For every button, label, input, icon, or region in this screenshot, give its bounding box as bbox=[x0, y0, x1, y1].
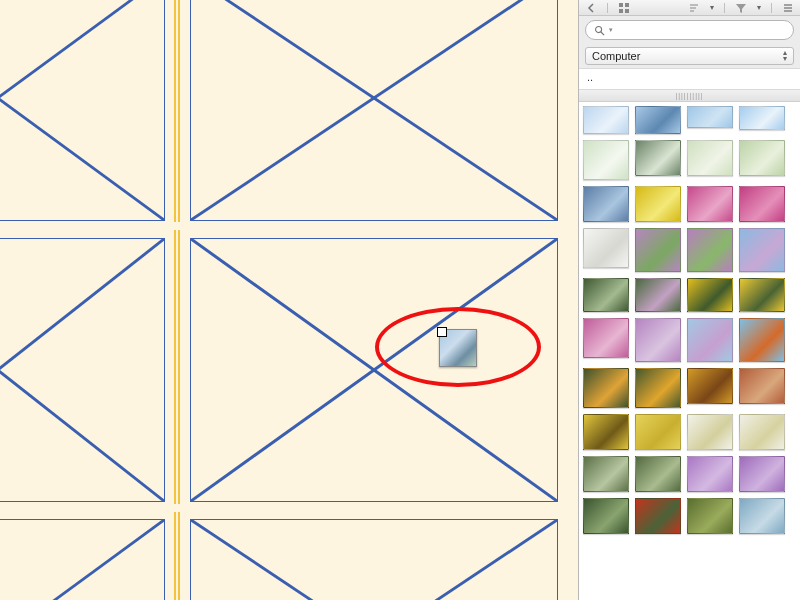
page-gap bbox=[0, 504, 578, 512]
thumbnail-scroll[interactable] bbox=[579, 102, 800, 600]
thumbnail[interactable] bbox=[583, 228, 629, 268]
thumbnail-grid bbox=[583, 106, 798, 534]
thumbnail[interactable] bbox=[635, 368, 681, 408]
svg-line-8 bbox=[0, 520, 164, 600]
thumbnail[interactable] bbox=[635, 318, 681, 362]
image-frame[interactable] bbox=[190, 519, 558, 600]
svg-line-10 bbox=[191, 520, 557, 600]
image-frame[interactable] bbox=[0, 238, 165, 502]
svg-line-3 bbox=[191, 0, 557, 220]
svg-line-4 bbox=[0, 239, 164, 501]
path-up-label: .. bbox=[587, 71, 593, 83]
chevron-down-icon[interactable]: ▾ bbox=[757, 5, 761, 11]
search-box[interactable]: ▾ bbox=[585, 20, 794, 40]
svg-rect-12 bbox=[619, 3, 623, 7]
thumbnail[interactable] bbox=[739, 186, 785, 222]
sort-icon[interactable] bbox=[688, 2, 700, 14]
thumbnail[interactable] bbox=[635, 140, 681, 176]
thumbnail[interactable] bbox=[687, 456, 733, 492]
thumbnail[interactable] bbox=[687, 318, 733, 362]
thumbnail[interactable] bbox=[583, 186, 629, 222]
thumbnail[interactable] bbox=[739, 456, 785, 492]
svg-point-16 bbox=[596, 26, 602, 32]
thumbnail[interactable] bbox=[739, 368, 785, 404]
thumbnail[interactable] bbox=[687, 186, 733, 222]
splitter-grip: |||||||||| bbox=[675, 92, 703, 99]
thumbnail[interactable] bbox=[583, 140, 629, 180]
location-select[interactable]: Computer ▴▾ bbox=[585, 47, 794, 65]
view-icon[interactable] bbox=[618, 2, 630, 14]
thumbnail[interactable] bbox=[635, 456, 681, 492]
layout-canvas[interactable] bbox=[0, 0, 578, 600]
thumbnail[interactable] bbox=[687, 498, 733, 534]
panel-splitter[interactable]: |||||||||| bbox=[579, 90, 800, 102]
stepper-icon: ▴▾ bbox=[783, 50, 787, 62]
image-frame[interactable] bbox=[0, 0, 165, 221]
panel-toolbar: ▾ ▾ bbox=[579, 0, 800, 16]
menu-icon[interactable] bbox=[782, 2, 794, 14]
svg-line-0 bbox=[0, 0, 164, 220]
thumbnail[interactable] bbox=[583, 368, 629, 408]
svg-rect-13 bbox=[625, 3, 629, 7]
thumbnail[interactable] bbox=[583, 106, 629, 134]
search-row: ▾ bbox=[579, 16, 800, 44]
thumbnail[interactable] bbox=[635, 278, 681, 312]
path-up-row[interactable]: .. bbox=[579, 68, 800, 90]
thumbnail[interactable] bbox=[635, 186, 681, 222]
thumbnail[interactable] bbox=[583, 456, 629, 492]
svg-line-17 bbox=[601, 31, 604, 34]
svg-line-1 bbox=[0, 0, 164, 220]
back-icon[interactable] bbox=[585, 2, 597, 14]
thumbnail[interactable] bbox=[635, 498, 681, 534]
svg-line-9 bbox=[0, 520, 164, 600]
image-frame[interactable] bbox=[0, 519, 165, 600]
svg-line-11 bbox=[191, 520, 557, 600]
search-input[interactable] bbox=[617, 24, 785, 36]
image-frame[interactable] bbox=[190, 0, 558, 221]
thumbnail[interactable] bbox=[583, 414, 629, 450]
svg-rect-15 bbox=[625, 9, 629, 13]
thumbnail[interactable] bbox=[583, 278, 629, 312]
thumbnail[interactable] bbox=[635, 106, 681, 134]
thumbnail[interactable] bbox=[739, 498, 785, 534]
chevron-down-icon[interactable]: ▾ bbox=[710, 5, 714, 11]
toolbar-separator bbox=[724, 3, 725, 13]
page-gap bbox=[0, 222, 578, 230]
location-selected-label: Computer bbox=[592, 50, 640, 62]
thumbnail[interactable] bbox=[739, 414, 785, 450]
thumbnail[interactable] bbox=[687, 228, 733, 272]
thumbnail[interactable] bbox=[739, 318, 785, 362]
thumbnail[interactable] bbox=[635, 228, 681, 272]
thumbnail[interactable] bbox=[739, 140, 785, 176]
thumbnail[interactable] bbox=[739, 278, 785, 312]
toolbar-separator bbox=[771, 3, 772, 13]
thumbnail[interactable] bbox=[687, 140, 733, 176]
thumbnail[interactable] bbox=[687, 278, 733, 312]
thumbnail[interactable] bbox=[687, 414, 733, 450]
toolbar-separator bbox=[607, 3, 608, 13]
chevron-down-icon[interactable]: ▾ bbox=[609, 26, 613, 34]
thumbnail[interactable] bbox=[583, 318, 629, 358]
thumbnail[interactable] bbox=[687, 106, 733, 128]
thumbnail[interactable] bbox=[739, 106, 785, 130]
search-icon bbox=[594, 25, 605, 36]
drag-preview-thumbnail[interactable] bbox=[439, 329, 477, 367]
svg-line-5 bbox=[0, 239, 164, 501]
thumbnail[interactable] bbox=[583, 498, 629, 534]
filter-icon[interactable] bbox=[735, 2, 747, 14]
thumbnail[interactable] bbox=[739, 228, 785, 272]
location-row: Computer ▴▾ bbox=[579, 44, 800, 68]
image-frame[interactable] bbox=[190, 238, 558, 502]
svg-line-2 bbox=[191, 0, 557, 220]
thumbnail[interactable] bbox=[687, 368, 733, 404]
svg-rect-14 bbox=[619, 9, 623, 13]
thumbnail[interactable] bbox=[635, 414, 681, 450]
media-browser-panel: ▾ ▾ ▾ Computer ▴▾ .. bbox=[578, 0, 800, 600]
